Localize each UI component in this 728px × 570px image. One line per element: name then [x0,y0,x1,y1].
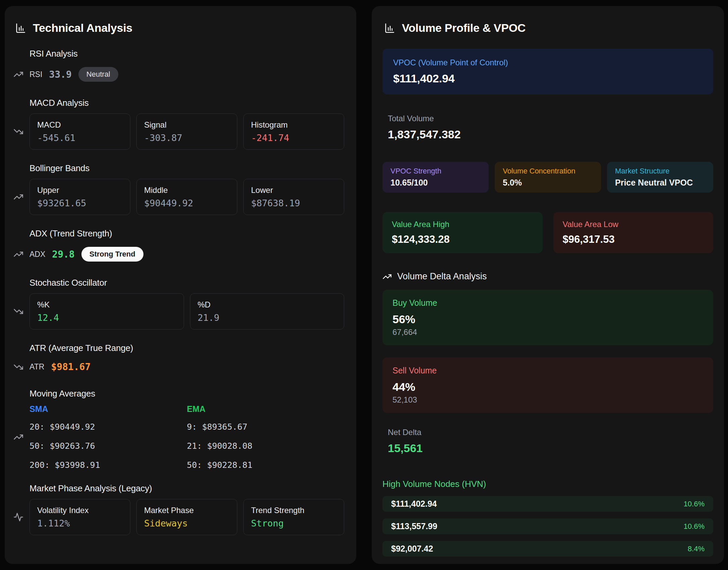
chip-value: Price Neutral VPOC [615,178,705,188]
bollinger-heading: Bollinger Bands [29,163,344,173]
hvn-row: $113,557.99 10.6% [382,518,713,534]
ema-21-row: 21: $90028.08 [187,441,345,451]
atr-section: ATR (Average True Range) ATR $981.67 [13,343,344,375]
trending-up-icon [13,432,29,442]
adx-metric-row: ADX 29.8 Strong Trend [29,244,344,264]
hvn-list: $111,402.94 10.6% $113,557.99 10.6% $92,… [382,496,713,557]
card-label: %K [37,300,176,309]
chip-label: Volume Concentration [503,167,593,175]
rsi-heading: RSI Analysis [29,49,344,59]
hvn-row: $111,402.94 10.6% [382,496,713,512]
vpoc-stat-chips: VPOC Strength 10.65/100 Volume Concentra… [382,162,713,193]
market-structure-chip: Market Structure Price Neutral VPOC [607,162,713,193]
net-delta-block: Net Delta 15,561 [382,428,713,455]
stochastic-heading: Stochastic Oscillator [29,278,344,288]
sma-200-row: 200: $93998.91 [29,460,187,470]
card-label: %D [198,300,337,309]
buy-volume-label: Buy Volume [392,298,703,308]
trending-down-icon [13,306,29,316]
card-label: Volatility Index [37,506,123,515]
market-phase-section: Market Phase Analysis (Legacy) Volatilit… [13,483,344,535]
adx-section: ADX (Trend Strength) ADX 29.8 Strong Tre… [13,228,344,264]
macd-card: MACD -545.61 [29,114,130,150]
ema-label: EMA [187,404,345,414]
buy-volume-pct: 56% [392,313,703,326]
activity-icon [13,512,29,522]
macd-section: MACD Analysis MACD -545.61 Signal -303.8… [13,98,344,150]
card-value: 1.112% [37,518,123,528]
chip-value: 10.65/100 [390,178,481,188]
buy-volume-card: Buy Volume 56% 67,664 [382,290,713,345]
card-label: Upper [37,186,123,195]
vpoc-value: $111,402.94 [393,72,703,85]
technical-analysis-panel: Technical Analysis RSI Analysis RSI 33.9… [5,6,356,564]
value-area-grid: Value Area High $124,333.28 Value Area L… [382,212,713,253]
bollinger-upper-card: Upper $93261.65 [29,179,130,215]
card-value: Strong [251,518,337,528]
trending-up-icon [382,272,392,281]
hvn-heading: High Volume Nodes (HVN) [382,479,713,489]
trend-strength-card: Trend Strength Strong [243,499,344,535]
hvn-pct: 10.6% [684,522,705,531]
atr-label: ATR [29,362,44,371]
atr-metric-row: ATR $981.67 [29,359,344,375]
volume-profile-panel: Volume Profile & VPOC VPOC (Volume Point… [372,6,724,564]
trending-down-icon [13,127,29,137]
stochastic-k-card: %K 12.4 [29,293,184,330]
market-phase-heading: Market Phase Analysis (Legacy) [29,483,344,494]
page-title: Volume Profile & VPOC [402,21,526,34]
stochastic-d-card: %D 21.9 [190,293,345,330]
card-value: -241.74 [251,133,337,143]
chip-label: Market Structure [615,167,705,175]
trending-up-icon [13,249,29,259]
bar-chart-icon [15,22,26,34]
value-area-high-card: Value Area High $124,333.28 [382,212,543,253]
volatility-index-card: Volatility Index 1.112% [29,499,130,535]
card-value: $93261.65 [37,198,123,208]
card-value: -303.87 [144,133,230,143]
atr-value: $981.67 [51,361,90,372]
hvn-price: $111,402.94 [391,499,437,509]
volume-profile-header: Volume Profile & VPOC [382,21,713,34]
sell-volume-card: Sell Volume 44% 52,103 [382,357,713,413]
atr-heading: ATR (Average True Range) [29,343,344,353]
rsi-section: RSI Analysis RSI 33.9 Neutral [13,49,344,84]
rsi-label: RSI [29,70,42,79]
total-volume-block: Total Volume 1,837,547.382 [382,114,713,141]
card-label: Market Phase [144,506,230,515]
bollinger-middle-card: Middle $90449.92 [136,179,237,215]
vpoc-card: VPOC (Volume Point of Control) $111,402.… [382,49,713,94]
trending-up-icon [13,69,29,79]
adx-status-badge: Strong Trend [81,247,143,262]
sma-20-row: 20: $90449.92 [29,422,187,432]
adx-value: 29.8 [52,249,74,260]
moving-averages-heading: Moving Averages [29,388,344,399]
sma-column: SMA 20: $90449.92 50: $90263.76 200: $93… [29,404,187,470]
card-value: $87638.19 [251,198,337,208]
card-label: MACD [37,120,123,130]
rsi-status-badge: Neutral [78,67,118,82]
card-label: Trend Strength [251,506,337,515]
value-area-low-label: Value Area Low [563,220,704,229]
sell-volume-count: 52,103 [392,395,703,405]
value-area-high-value: $124,333.28 [392,233,533,245]
signal-card: Signal -303.87 [136,114,237,150]
volume-delta-heading: Volume Delta Analysis [397,271,487,282]
total-volume-label: Total Volume [388,114,713,123]
adx-label: ADX [29,250,45,259]
vpoc-strength-chip: VPOC Strength 10.65/100 [382,162,489,193]
adx-heading: ADX (Trend Strength) [29,228,344,239]
chip-value: 5.0% [503,178,593,188]
histogram-card: Histogram -241.74 [243,114,344,150]
trending-down-icon [13,362,29,372]
vpoc-label: VPOC (Volume Point of Control) [393,58,703,67]
hvn-price: $113,557.99 [391,521,437,531]
bar-chart-icon [384,22,395,34]
rsi-value: 33.9 [49,69,71,80]
card-label: Histogram [251,120,337,130]
technical-analysis-header: Technical Analysis [13,21,344,34]
value-area-low-card: Value Area Low $96,317.53 [553,212,714,253]
trending-up-icon [13,192,29,202]
card-label: Signal [144,120,230,130]
rsi-metric-row: RSI 33.9 Neutral [29,64,344,84]
